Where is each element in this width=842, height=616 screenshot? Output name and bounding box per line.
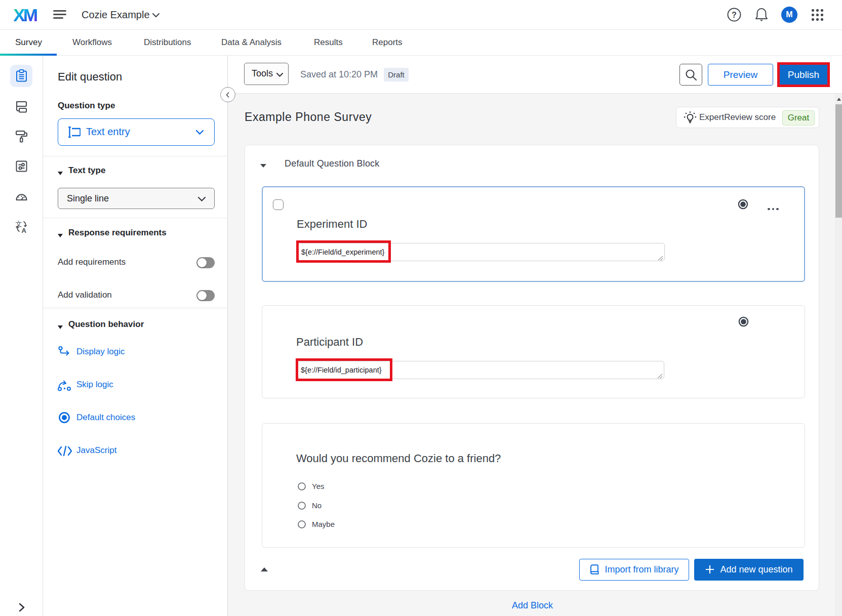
svg-text:XM: XM bbox=[14, 7, 37, 23]
svg-text:?: ? bbox=[732, 11, 737, 19]
svg-text:A: A bbox=[22, 227, 27, 233]
